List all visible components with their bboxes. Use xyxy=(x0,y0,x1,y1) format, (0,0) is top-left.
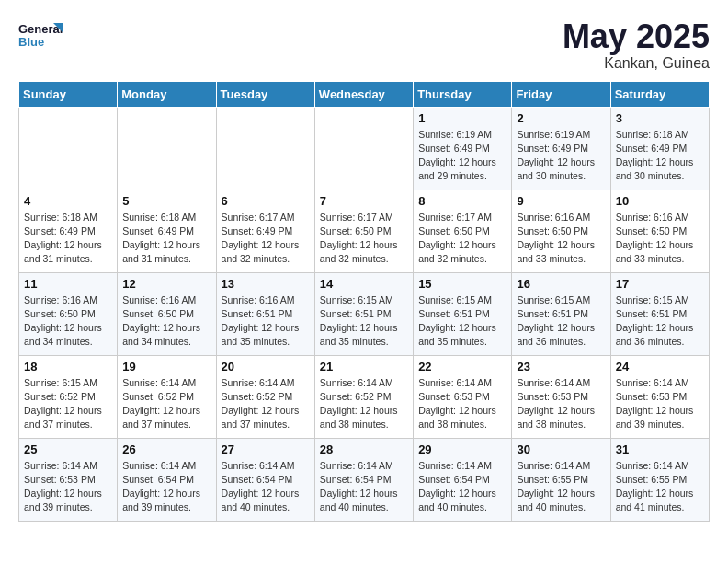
day-info: Sunrise: 6:14 AMSunset: 6:54 PMDaylight:… xyxy=(222,459,310,515)
day-number: 27 xyxy=(222,442,310,456)
day-number: 15 xyxy=(418,277,506,291)
calendar-cell: 29Sunrise: 6:14 AMSunset: 6:54 PMDayligh… xyxy=(414,438,512,521)
logo: General Blue xyxy=(18,18,64,59)
svg-text:Blue: Blue xyxy=(18,35,44,49)
calendar-cell: 19Sunrise: 6:14 AMSunset: 6:52 PMDayligh… xyxy=(118,355,216,438)
weekday-header-row: SundayMondayTuesdayWednesdayThursdayFrid… xyxy=(19,81,710,107)
day-number: 9 xyxy=(517,194,605,208)
day-number: 6 xyxy=(222,194,310,208)
day-number: 1 xyxy=(418,111,506,125)
day-info: Sunrise: 6:18 AMSunset: 6:49 PMDaylight:… xyxy=(616,128,704,184)
weekday-header-wednesday: Wednesday xyxy=(314,81,413,107)
weekday-header-monday: Monday xyxy=(118,81,216,107)
weekday-header-friday: Friday xyxy=(512,81,610,107)
day-info: Sunrise: 6:14 AMSunset: 6:55 PMDaylight:… xyxy=(616,459,704,515)
calendar-cell: 30Sunrise: 6:14 AMSunset: 6:55 PMDayligh… xyxy=(512,438,610,521)
calendar-cell xyxy=(19,107,118,190)
day-info: Sunrise: 6:14 AMSunset: 6:54 PMDaylight:… xyxy=(418,459,506,515)
calendar-cell: 11Sunrise: 6:16 AMSunset: 6:50 PMDayligh… xyxy=(19,272,118,355)
day-info: Sunrise: 6:17 AMSunset: 6:50 PMDaylight:… xyxy=(320,211,408,267)
day-info: Sunrise: 6:16 AMSunset: 6:50 PMDaylight:… xyxy=(517,211,605,267)
calendar-cell: 2Sunrise: 6:19 AMSunset: 6:49 PMDaylight… xyxy=(512,107,610,190)
day-number: 10 xyxy=(616,194,704,208)
logo-svg: General Blue xyxy=(18,18,64,59)
day-info: Sunrise: 6:14 AMSunset: 6:52 PMDaylight:… xyxy=(320,376,408,432)
day-number: 30 xyxy=(517,442,605,456)
weekday-header-thursday: Thursday xyxy=(414,81,512,107)
day-info: Sunrise: 6:14 AMSunset: 6:55 PMDaylight:… xyxy=(517,459,605,515)
calendar-cell: 25Sunrise: 6:14 AMSunset: 6:53 PMDayligh… xyxy=(19,438,118,521)
day-info: Sunrise: 6:15 AMSunset: 6:51 PMDaylight:… xyxy=(616,293,704,350)
week-row-3: 11Sunrise: 6:16 AMSunset: 6:50 PMDayligh… xyxy=(19,272,710,355)
calendar-cell: 7Sunrise: 6:17 AMSunset: 6:50 PMDaylight… xyxy=(314,190,413,272)
day-number: 16 xyxy=(517,277,605,291)
calendar-cell: 21Sunrise: 6:14 AMSunset: 6:52 PMDayligh… xyxy=(314,355,413,438)
calendar-cell xyxy=(118,107,216,190)
calendar-cell: 3Sunrise: 6:18 AMSunset: 6:49 PMDaylight… xyxy=(610,107,709,190)
day-info: Sunrise: 6:16 AMSunset: 6:50 PMDaylight:… xyxy=(24,293,112,350)
weekday-header-tuesday: Tuesday xyxy=(216,81,314,107)
day-info: Sunrise: 6:14 AMSunset: 6:53 PMDaylight:… xyxy=(616,376,704,432)
day-info: Sunrise: 6:17 AMSunset: 6:49 PMDaylight:… xyxy=(222,211,310,267)
day-info: Sunrise: 6:19 AMSunset: 6:49 PMDaylight:… xyxy=(517,128,605,184)
page-header: General Blue May 2025 Kankan, Guinea xyxy=(18,18,710,72)
day-info: Sunrise: 6:15 AMSunset: 6:52 PMDaylight:… xyxy=(24,376,112,432)
day-number: 2 xyxy=(517,111,605,125)
calendar-cell: 31Sunrise: 6:14 AMSunset: 6:55 PMDayligh… xyxy=(610,438,709,521)
day-number: 29 xyxy=(418,442,506,456)
day-info: Sunrise: 6:14 AMSunset: 6:53 PMDaylight:… xyxy=(418,376,506,432)
day-info: Sunrise: 6:16 AMSunset: 6:50 PMDaylight:… xyxy=(122,293,210,350)
day-number: 14 xyxy=(320,277,408,291)
day-info: Sunrise: 6:19 AMSunset: 6:49 PMDaylight:… xyxy=(418,128,506,184)
day-info: Sunrise: 6:18 AMSunset: 6:49 PMDaylight:… xyxy=(122,211,210,267)
day-info: Sunrise: 6:15 AMSunset: 6:51 PMDaylight:… xyxy=(320,293,408,350)
calendar-cell: 17Sunrise: 6:15 AMSunset: 6:51 PMDayligh… xyxy=(610,272,709,355)
calendar-cell: 20Sunrise: 6:14 AMSunset: 6:52 PMDayligh… xyxy=(216,355,314,438)
calendar-cell: 28Sunrise: 6:14 AMSunset: 6:54 PMDayligh… xyxy=(314,438,413,521)
day-number: 5 xyxy=(122,194,210,208)
week-row-5: 25Sunrise: 6:14 AMSunset: 6:53 PMDayligh… xyxy=(19,438,710,521)
week-row-2: 4Sunrise: 6:18 AMSunset: 6:49 PMDaylight… xyxy=(19,190,710,272)
week-row-1: 1Sunrise: 6:19 AMSunset: 6:49 PMDaylight… xyxy=(19,107,710,190)
calendar-cell: 5Sunrise: 6:18 AMSunset: 6:49 PMDaylight… xyxy=(118,190,216,272)
weekday-header-sunday: Sunday xyxy=(19,81,118,107)
day-info: Sunrise: 6:17 AMSunset: 6:50 PMDaylight:… xyxy=(418,211,506,267)
calendar-cell: 24Sunrise: 6:14 AMSunset: 6:53 PMDayligh… xyxy=(610,355,709,438)
day-number: 8 xyxy=(418,194,506,208)
location: Kankan, Guinea xyxy=(563,55,710,72)
calendar-cell: 1Sunrise: 6:19 AMSunset: 6:49 PMDaylight… xyxy=(414,107,512,190)
day-number: 11 xyxy=(24,277,112,291)
calendar-cell: 13Sunrise: 6:16 AMSunset: 6:51 PMDayligh… xyxy=(216,272,314,355)
day-number: 20 xyxy=(222,360,310,373)
day-info: Sunrise: 6:14 AMSunset: 6:52 PMDaylight:… xyxy=(222,376,310,432)
calendar-cell: 9Sunrise: 6:16 AMSunset: 6:50 PMDaylight… xyxy=(512,190,610,272)
day-number: 3 xyxy=(616,111,704,125)
day-number: 22 xyxy=(418,360,506,373)
calendar-cell: 26Sunrise: 6:14 AMSunset: 6:54 PMDayligh… xyxy=(118,438,216,521)
day-info: Sunrise: 6:14 AMSunset: 6:53 PMDaylight:… xyxy=(517,376,605,432)
day-info: Sunrise: 6:14 AMSunset: 6:53 PMDaylight:… xyxy=(24,459,112,515)
title-block: May 2025 Kankan, Guinea xyxy=(563,18,710,72)
day-number: 13 xyxy=(222,277,310,291)
day-number: 24 xyxy=(616,360,704,373)
day-number: 23 xyxy=(517,360,605,373)
calendar-cell: 18Sunrise: 6:15 AMSunset: 6:52 PMDayligh… xyxy=(19,355,118,438)
day-number: 18 xyxy=(24,360,112,373)
calendar-cell: 23Sunrise: 6:14 AMSunset: 6:53 PMDayligh… xyxy=(512,355,610,438)
day-info: Sunrise: 6:14 AMSunset: 6:54 PMDaylight:… xyxy=(122,459,210,515)
day-info: Sunrise: 6:16 AMSunset: 6:51 PMDaylight:… xyxy=(222,293,310,350)
week-row-4: 18Sunrise: 6:15 AMSunset: 6:52 PMDayligh… xyxy=(19,355,710,438)
day-info: Sunrise: 6:15 AMSunset: 6:51 PMDaylight:… xyxy=(517,293,605,350)
calendar-cell: 22Sunrise: 6:14 AMSunset: 6:53 PMDayligh… xyxy=(414,355,512,438)
day-info: Sunrise: 6:16 AMSunset: 6:50 PMDaylight:… xyxy=(616,211,704,267)
calendar-cell: 16Sunrise: 6:15 AMSunset: 6:51 PMDayligh… xyxy=(512,272,610,355)
day-number: 7 xyxy=(320,194,408,208)
calendar-cell: 15Sunrise: 6:15 AMSunset: 6:51 PMDayligh… xyxy=(414,272,512,355)
day-number: 4 xyxy=(24,194,112,208)
calendar-table: SundayMondayTuesdayWednesdayThursdayFrid… xyxy=(18,81,710,522)
weekday-header-saturday: Saturday xyxy=(610,81,709,107)
day-number: 19 xyxy=(122,360,210,373)
day-info: Sunrise: 6:15 AMSunset: 6:51 PMDaylight:… xyxy=(418,293,506,350)
day-number: 28 xyxy=(320,442,408,456)
day-number: 17 xyxy=(616,277,704,291)
